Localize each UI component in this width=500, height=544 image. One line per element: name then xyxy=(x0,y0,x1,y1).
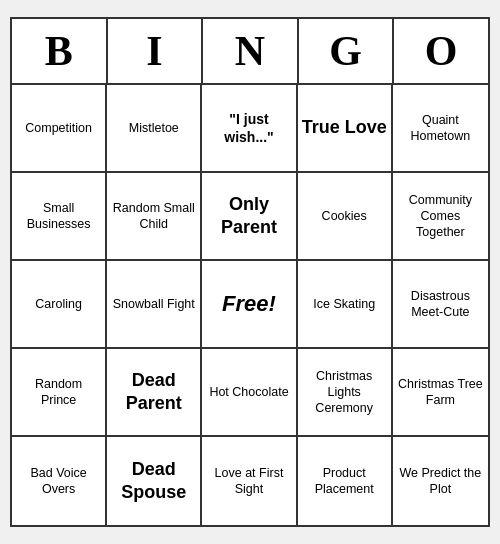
bingo-card: B I N G O CompetitionMistletoe"I just wi… xyxy=(10,17,490,527)
bingo-cell-8[interactable]: Cookies xyxy=(298,173,393,261)
bingo-header: B I N G O xyxy=(12,19,488,85)
bingo-cell-10[interactable]: Caroling xyxy=(12,261,107,349)
bingo-cell-4[interactable]: Quaint Hometown xyxy=(393,85,488,173)
bingo-cell-13[interactable]: Ice Skating xyxy=(298,261,393,349)
bingo-cell-15[interactable]: Random Prince xyxy=(12,349,107,437)
letter-g: G xyxy=(299,19,395,83)
bingo-cell-23[interactable]: Product Placement xyxy=(298,437,393,525)
bingo-cell-14[interactable]: Disastrous Meet-Cute xyxy=(393,261,488,349)
bingo-cell-22[interactable]: Love at First Sight xyxy=(202,437,297,525)
bingo-cell-7[interactable]: Only Parent xyxy=(202,173,297,261)
bingo-cell-18[interactable]: Christmas Lights Ceremony xyxy=(298,349,393,437)
bingo-cell-9[interactable]: Community Comes Together xyxy=(393,173,488,261)
bingo-cell-19[interactable]: Christmas Tree Farm xyxy=(393,349,488,437)
bingo-grid: CompetitionMistletoe"I just wish..."True… xyxy=(12,85,488,525)
bingo-cell-11[interactable]: Snowball Fight xyxy=(107,261,202,349)
bingo-cell-24[interactable]: We Predict the Plot xyxy=(393,437,488,525)
bingo-cell-21[interactable]: Dead Spouse xyxy=(107,437,202,525)
bingo-cell-2[interactable]: "I just wish..." xyxy=(202,85,297,173)
bingo-cell-17[interactable]: Hot Chocolate xyxy=(202,349,297,437)
bingo-cell-5[interactable]: Small Businesses xyxy=(12,173,107,261)
bingo-cell-16[interactable]: Dead Parent xyxy=(107,349,202,437)
letter-i: I xyxy=(108,19,204,83)
letter-n: N xyxy=(203,19,299,83)
bingo-cell-0[interactable]: Competition xyxy=(12,85,107,173)
bingo-cell-3[interactable]: True Love xyxy=(298,85,393,173)
letter-o: O xyxy=(394,19,488,83)
bingo-cell-1[interactable]: Mistletoe xyxy=(107,85,202,173)
letter-b: B xyxy=(12,19,108,83)
bingo-cell-20[interactable]: Bad Voice Overs xyxy=(12,437,107,525)
bingo-cell-12[interactable]: Free! xyxy=(202,261,297,349)
bingo-cell-6[interactable]: Random Small Child xyxy=(107,173,202,261)
